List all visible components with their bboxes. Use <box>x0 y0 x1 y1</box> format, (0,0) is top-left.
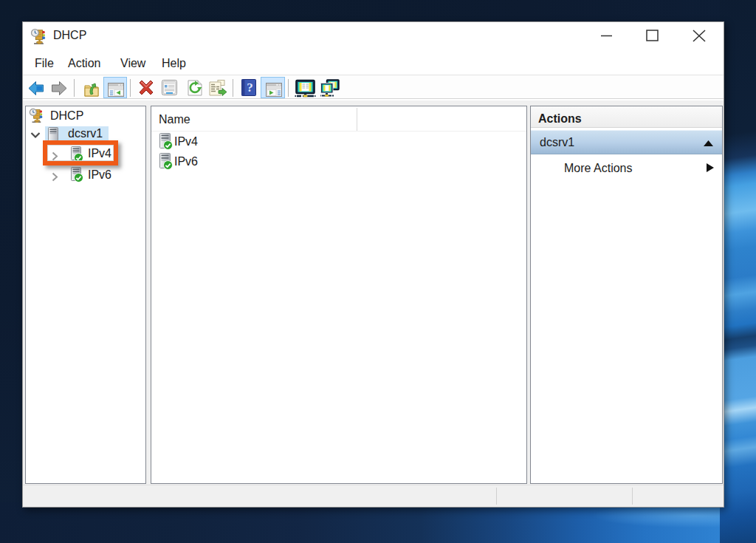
svg-text:?: ? <box>247 81 253 95</box>
